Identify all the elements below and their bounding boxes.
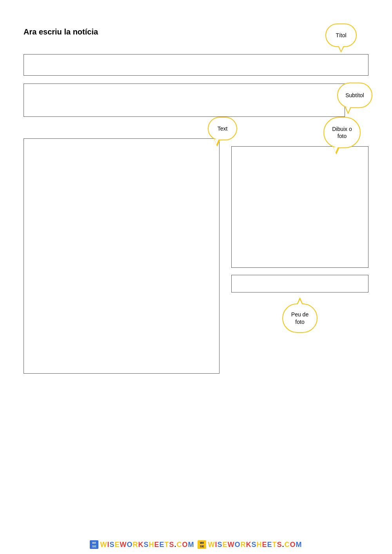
subtitle-section: Subtítol bbox=[24, 84, 368, 117]
wi-badge-2: WISE bbox=[198, 540, 206, 549]
caption-input-box[interactable] bbox=[231, 275, 368, 292]
dibuix-bubble-wrapper: Dibuix ofoto bbox=[323, 117, 361, 148]
subtitle-input-box[interactable] bbox=[24, 84, 345, 117]
title-input-box[interactable] bbox=[24, 54, 368, 76]
text-bubble-label: Text bbox=[218, 125, 228, 132]
header-row: Ara escriu la notícia Títol bbox=[24, 24, 368, 47]
footer-text-1: WISEWORKSHEETS.COM bbox=[100, 541, 194, 549]
footer-brand-icon-1: WISE bbox=[90, 540, 99, 549]
footer-brand-icon-2: WISE bbox=[198, 540, 207, 549]
main-section: Text Dibuix ofoto Peu defoto bbox=[24, 138, 368, 374]
peu-bubble-label: Peu defoto bbox=[291, 311, 309, 325]
dibuix-bubble-label: Dibuix ofoto bbox=[332, 125, 352, 140]
right-column: Text Dibuix ofoto Peu defoto bbox=[220, 138, 368, 374]
page: Ara escriu la notícia Títol Subtítol Tex… bbox=[0, 0, 392, 554]
page-title: Ara escriu la notícia bbox=[24, 24, 98, 36]
text-input-box[interactable] bbox=[24, 138, 220, 374]
wi-badge-1: WISE bbox=[90, 540, 98, 549]
subtitol-bubble-label: Subtítol bbox=[345, 92, 364, 98]
photo-input-box[interactable] bbox=[231, 146, 368, 268]
dibuix-bubble: Dibuix ofoto bbox=[323, 117, 361, 148]
titol-bubble-label: Títol bbox=[336, 32, 346, 38]
peu-bubble-wrapper: Peu defoto bbox=[231, 303, 368, 333]
text-bubble-wrapper: Text bbox=[208, 117, 237, 140]
footer: WISE WISEWORKSHEETS.COM WISE WISEWORKSHE… bbox=[0, 535, 392, 554]
text-bubble: Text bbox=[208, 117, 237, 140]
peu-bubble: Peu defoto bbox=[282, 303, 318, 333]
bubble-titol-wrapper: Títol bbox=[325, 24, 368, 47]
subtitol-bubble: Subtítol bbox=[337, 82, 372, 108]
footer-text-2: WISEWORKSHEETS.COM bbox=[208, 541, 302, 549]
titol-bubble: Títol bbox=[325, 24, 357, 47]
subtitol-bubble-wrapper: Subtítol bbox=[337, 82, 372, 108]
